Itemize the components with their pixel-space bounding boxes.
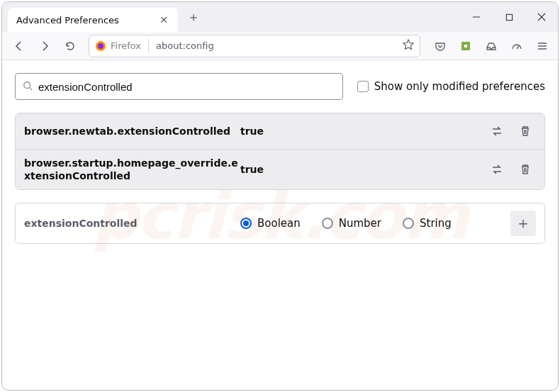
delete-button[interactable] [515, 121, 536, 142]
bookmark-star-icon[interactable] [403, 39, 414, 52]
close-tab-icon[interactable]: ✕ [158, 14, 169, 26]
close-window-button[interactable] [525, 2, 558, 32]
window: Advanced Preferences ✕ ＋ [1, 1, 559, 391]
back-button[interactable] [8, 35, 30, 57]
radio-boolean[interactable]: Boolean [240, 217, 301, 230]
inbox-icon[interactable] [481, 36, 501, 56]
firefox-icon [95, 40, 106, 52]
browser-tab[interactable]: Advanced Preferences ✕ [8, 8, 178, 32]
pref-value: true [240, 164, 486, 175]
maximize-button[interactable] [493, 2, 525, 32]
svg-point-10 [24, 82, 30, 88]
toolbar-icons [430, 36, 552, 56]
show-only-label: Show only modified preferences [374, 80, 545, 93]
toggle-button[interactable] [486, 159, 508, 180]
delete-button[interactable] [515, 159, 536, 180]
titlebar: Advanced Preferences ✕ ＋ [2, 2, 558, 32]
toggle-button[interactable] [486, 121, 508, 142]
reload-button[interactable] [59, 35, 82, 57]
svg-line-11 [30, 87, 33, 90]
search-icon [23, 81, 33, 93]
firefox-brand: Firefox [95, 40, 141, 52]
pref-table: browser.newtab.extensionControlled true … [15, 113, 545, 190]
window-controls [460, 2, 558, 32]
radio-icon [240, 218, 252, 229]
search-row: Show only modified preferences [15, 73, 545, 100]
type-radio-group: Boolean Number String [240, 217, 510, 230]
svg-point-5 [98, 43, 103, 49]
tab-title: Advanced Preferences [16, 15, 158, 26]
pref-value: true [240, 125, 486, 137]
content: Show only modified preferences browser.n… [2, 60, 558, 244]
radio-label: String [420, 217, 452, 230]
forward-button[interactable] [33, 35, 56, 57]
gauge-icon[interactable] [507, 36, 527, 56]
extension-icon[interactable] [456, 36, 476, 56]
svg-rect-1 [506, 14, 512, 20]
pref-actions [486, 121, 536, 142]
radio-label: Number [339, 217, 381, 230]
pref-name: browser.startup.homepage_override.extens… [24, 157, 240, 182]
radio-icon [322, 218, 333, 229]
toolbar: Firefox about:config [2, 32, 558, 60]
menu-icon[interactable] [532, 36, 552, 56]
pref-actions [486, 159, 536, 180]
urlbar-separator [148, 39, 149, 53]
search-input[interactable] [38, 81, 335, 93]
url-bar[interactable]: Firefox about:config [89, 35, 420, 57]
brand-label: Firefox [111, 40, 141, 51]
pref-row: browser.newtab.extensionControlled true [16, 113, 544, 150]
add-pref-button[interactable]: ＋ [510, 211, 536, 236]
show-only-modified-checkbox[interactable]: Show only modified preferences [357, 80, 545, 93]
radio-string[interactable]: String [403, 217, 452, 230]
new-pref-row: extensionControlled Boolean Number Strin… [15, 203, 545, 244]
pref-name: browser.newtab.extensionControlled [24, 125, 240, 138]
new-tab-button[interactable]: ＋ [184, 7, 203, 27]
radio-number[interactable]: Number [322, 217, 381, 230]
radio-label: Boolean [257, 217, 301, 230]
pocket-icon[interactable] [430, 36, 450, 56]
checkbox-icon [357, 81, 369, 92]
radio-icon [403, 218, 414, 229]
search-box[interactable] [15, 73, 343, 100]
new-pref-name: extensionControlled [24, 217, 240, 230]
minimize-button[interactable] [460, 2, 493, 32]
url-text: about:config [156, 40, 214, 51]
pref-row: browser.startup.homepage_override.extens… [16, 150, 544, 189]
